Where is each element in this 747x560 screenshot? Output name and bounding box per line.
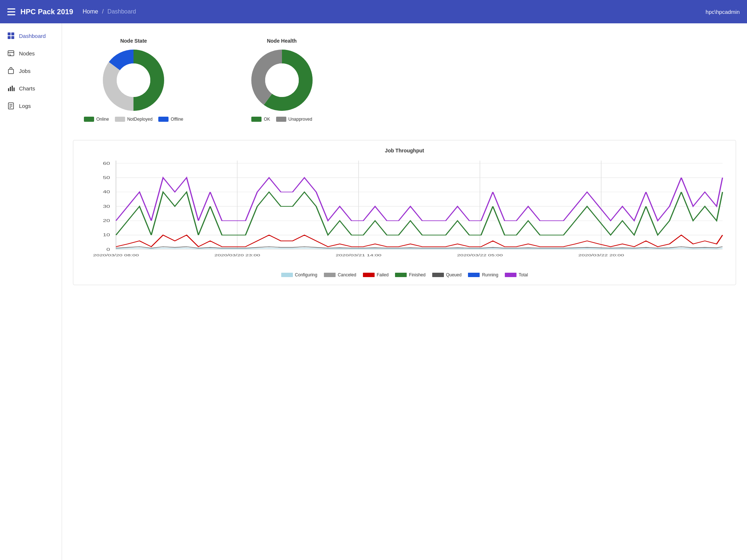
legend-color-unapproved — [276, 117, 286, 122]
legend-color-finished — [395, 273, 407, 277]
legend-label-total: Total — [519, 272, 528, 277]
main-content: Node State — [62, 23, 747, 560]
breadcrumb: Home / Dashboard — [83, 8, 136, 15]
throughput-section: Job Throughput — [73, 140, 736, 285]
legend-label-failed: Failed — [377, 272, 389, 277]
legend-color-online — [84, 117, 94, 122]
app-header: HPC Pack 2019 Home / Dashboard hpc\hpcad… — [0, 0, 747, 23]
legend-label-unapproved: Unapproved — [289, 117, 312, 122]
legend-unapproved: Unapproved — [276, 117, 312, 122]
legend-color-failed — [363, 273, 375, 277]
svg-text:20: 20 — [103, 219, 110, 223]
svg-text:2020/03/20 08:00: 2020/03/20 08:00 — [93, 253, 139, 257]
sidebar-item-charts[interactable]: Charts — [0, 79, 62, 97]
legend-queued: Queued — [432, 272, 462, 277]
svg-rect-12 — [13, 88, 15, 91]
sidebar-label-charts: Charts — [19, 85, 35, 92]
legend-offline: Offline — [158, 117, 183, 122]
node-health-title: Node Health — [267, 38, 297, 44]
legend-color-total — [505, 273, 516, 277]
svg-text:0: 0 — [107, 248, 110, 252]
sidebar-label-dashboard: Dashboard — [19, 33, 46, 39]
legend-color-offline — [158, 117, 169, 122]
svg-text:10: 10 — [103, 233, 110, 237]
svg-rect-10 — [10, 87, 11, 91]
legend-label-notdeployed: NotDeployed — [127, 117, 152, 122]
sidebar-label-jobs: Jobs — [19, 68, 31, 74]
svg-rect-11 — [12, 86, 13, 91]
svg-rect-3 — [11, 36, 14, 39]
sidebar-item-nodes[interactable]: Nodes — [0, 44, 62, 62]
svg-point-21 — [117, 63, 150, 97]
donut-charts-row: Node State — [73, 31, 736, 129]
svg-point-25 — [265, 63, 299, 97]
throughput-title: Job Throughput — [81, 148, 728, 153]
sidebar-item-jobs[interactable]: Jobs — [0, 62, 62, 79]
legend-running: Running — [468, 272, 498, 277]
legend-label-online: Online — [96, 117, 109, 122]
legend-color-ok — [251, 117, 262, 122]
legend-notdeployed: NotDeployed — [115, 117, 152, 122]
legend-color-queued — [432, 273, 444, 277]
node-health-legend: OK Unapproved — [251, 117, 312, 122]
legend-ok: OK — [251, 117, 270, 122]
sidebar-item-logs[interactable]: Logs — [0, 97, 62, 114]
legend-configuring: Configuring — [281, 272, 317, 277]
hamburger-menu[interactable] — [7, 8, 15, 15]
svg-text:2020/03/22 05:00: 2020/03/22 05:00 — [457, 253, 503, 257]
svg-rect-8 — [8, 69, 13, 74]
legend-color-running — [468, 273, 480, 277]
legend-canceled: Canceled — [324, 272, 356, 277]
breadcrumb-home[interactable]: Home — [83, 8, 98, 15]
user-info: hpc\hpcadmin — [706, 9, 740, 15]
throughput-chart-area: 0 10 20 30 40 50 60 2020/03/20 08:00 202… — [81, 157, 728, 268]
breadcrumb-separator: / — [102, 8, 105, 15]
svg-text:2020/03/22 20:00: 2020/03/22 20:00 — [578, 253, 624, 257]
svg-rect-9 — [8, 88, 9, 91]
svg-text:40: 40 — [103, 190, 110, 194]
svg-rect-0 — [8, 32, 11, 35]
legend-label-canceled: Canceled — [338, 272, 356, 277]
legend-color-notdeployed — [115, 117, 125, 122]
legend-failed: Failed — [363, 272, 389, 277]
sidebar: Dashboard Nodes Jobs — [0, 23, 62, 560]
node-health-chart: Node Health — [249, 38, 315, 122]
charts-icon — [7, 85, 15, 92]
jobs-icon — [7, 67, 15, 74]
node-health-donut — [249, 47, 315, 113]
throughput-svg: 0 10 20 30 40 50 60 2020/03/20 08:00 202… — [81, 157, 728, 267]
node-state-title: Node State — [120, 38, 147, 44]
dashboard-icon — [7, 32, 15, 39]
node-state-legend: Online NotDeployed Offline — [84, 117, 183, 122]
svg-text:2020/03/20 23:00: 2020/03/20 23:00 — [214, 253, 260, 257]
legend-color-configuring — [281, 273, 293, 277]
legend-online: Online — [84, 117, 109, 122]
legend-label-offline: Offline — [171, 117, 183, 122]
legend-finished: Finished — [395, 272, 425, 277]
node-state-donut — [101, 47, 166, 113]
nodes-icon — [7, 50, 15, 57]
breadcrumb-current: Dashboard — [108, 8, 136, 15]
legend-label-ok: OK — [264, 117, 270, 122]
sidebar-label-nodes: Nodes — [19, 50, 35, 57]
svg-rect-2 — [8, 36, 11, 39]
node-state-chart: Node State — [84, 38, 183, 122]
legend-label-running: Running — [482, 272, 498, 277]
sidebar-item-dashboard[interactable]: Dashboard — [0, 27, 62, 44]
svg-rect-1 — [11, 32, 14, 35]
legend-total: Total — [505, 272, 528, 277]
legend-label-configuring: Configuring — [295, 272, 317, 277]
svg-text:30: 30 — [103, 205, 110, 209]
logs-icon — [7, 102, 15, 109]
legend-label-finished: Finished — [409, 272, 425, 277]
sidebar-label-logs: Logs — [19, 103, 31, 109]
app-title: HPC Pack 2019 — [20, 8, 73, 16]
legend-color-canceled — [324, 273, 336, 277]
svg-text:60: 60 — [103, 161, 110, 165]
legend-label-queued: Queued — [446, 272, 462, 277]
svg-text:50: 50 — [103, 176, 110, 180]
throughput-legend: Configuring Canceled Failed Finished Que… — [81, 272, 728, 277]
svg-text:2020/03/21 14:00: 2020/03/21 14:00 — [336, 253, 382, 257]
